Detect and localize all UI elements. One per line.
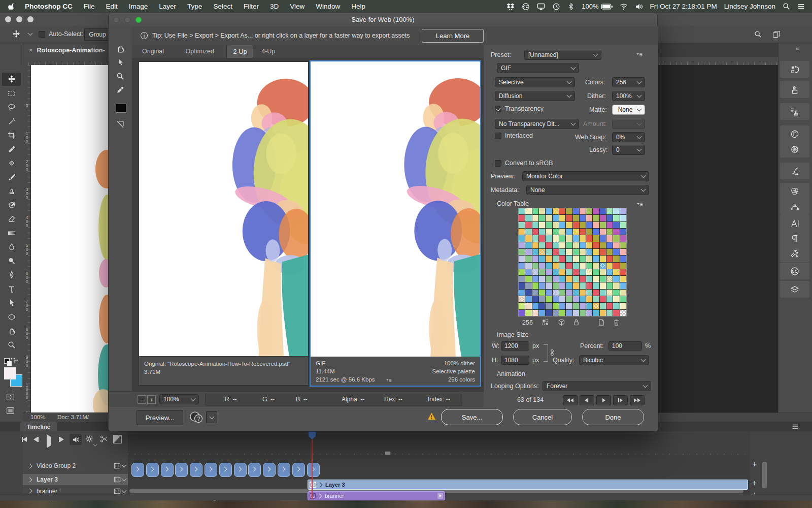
color-swatch[interactable] xyxy=(586,242,592,248)
download-speed-menu-icon[interactable] xyxy=(386,377,392,384)
color-swatch[interactable] xyxy=(620,276,626,282)
blur-tool[interactable] xyxy=(2,240,21,253)
color-swatch[interactable] xyxy=(539,263,545,269)
color-swatch[interactable] xyxy=(606,215,613,221)
color-swatch[interactable] xyxy=(566,215,572,221)
color-swatch[interactable] xyxy=(613,249,619,255)
play-button[interactable] xyxy=(47,437,51,446)
color-swatch[interactable] xyxy=(546,229,552,235)
timeline-menu-icon[interactable] xyxy=(792,423,799,430)
color-swatch[interactable] xyxy=(600,296,606,302)
video-clip[interactable] xyxy=(234,463,247,477)
move-tool[interactable] xyxy=(2,73,21,86)
clone-stamp-tool[interactable] xyxy=(2,184,21,198)
color-swatch[interactable] xyxy=(532,282,538,289)
color-swatch[interactable] xyxy=(586,290,592,296)
color-swatch[interactable] xyxy=(566,229,572,235)
lock-color-icon[interactable] xyxy=(572,319,580,326)
dither-select[interactable]: 100% xyxy=(612,91,645,101)
color-swatch[interactable] xyxy=(559,235,565,241)
color-swatch[interactable] xyxy=(586,303,592,309)
video-clip[interactable] xyxy=(161,463,174,477)
color-swatch[interactable] xyxy=(613,276,619,282)
palette-select[interactable]: Selective xyxy=(495,77,575,87)
color-swatch[interactable] xyxy=(559,276,565,282)
type-tool[interactable] xyxy=(2,282,21,296)
menu-layer[interactable]: Layer xyxy=(159,3,176,10)
path-select-tool[interactable] xyxy=(2,296,21,309)
color-swatch[interactable] xyxy=(606,282,613,289)
color-swatch[interactable] xyxy=(539,296,545,302)
color-swatch[interactable] xyxy=(525,296,531,302)
color-swatch[interactable] xyxy=(593,276,599,282)
preview-in-browser-button[interactable]: Preview... xyxy=(137,410,183,425)
color-swatch[interactable] xyxy=(580,276,586,282)
previous-frame-button[interactable] xyxy=(33,437,39,442)
color-swatch[interactable] xyxy=(525,256,531,262)
color-swatch[interactable] xyxy=(566,290,572,296)
color-swatch[interactable] xyxy=(525,208,531,214)
color-swatch[interactable] xyxy=(525,222,531,228)
menu-edit[interactable]: Edit xyxy=(106,3,118,10)
volume-icon[interactable] xyxy=(635,3,643,11)
color-swatch[interactable] xyxy=(586,256,592,262)
delete-color-icon[interactable] xyxy=(613,319,620,326)
color-swatch[interactable] xyxy=(553,276,559,282)
menu-image[interactable]: Image xyxy=(129,3,148,10)
color-swatch[interactable] xyxy=(546,303,552,309)
color-swatch[interactable] xyxy=(566,310,572,316)
color-swatch[interactable] xyxy=(559,208,565,214)
color-swatch[interactable] xyxy=(573,263,579,269)
color-swatch[interactable] xyxy=(559,282,565,289)
color-swatch[interactable] xyxy=(532,249,538,255)
color-swatch[interactable] xyxy=(580,229,586,235)
color-swatch[interactable] xyxy=(573,303,579,309)
color-swatch[interactable] xyxy=(553,222,559,228)
srgb-checkbox[interactable] xyxy=(495,160,501,167)
color-swatch[interactable] xyxy=(613,208,619,214)
color-swatch[interactable] xyxy=(573,229,579,235)
color-swatch[interactable] xyxy=(546,215,552,221)
color-swatch[interactable] xyxy=(566,303,572,309)
color-swatch[interactable] xyxy=(519,256,525,262)
color-swatch[interactable] xyxy=(559,249,565,255)
color-swatch[interactable] xyxy=(613,310,619,316)
color-swatch[interactable] xyxy=(539,242,545,248)
panel-icon-history[interactable] xyxy=(780,61,809,78)
color-swatch[interactable] xyxy=(586,296,592,302)
color-swatch[interactable] xyxy=(606,249,613,255)
percent-input[interactable]: 100 xyxy=(608,341,642,351)
last-frame-button[interactable] xyxy=(630,395,645,405)
color-swatch[interactable] xyxy=(620,235,626,241)
color-swatch[interactable] xyxy=(593,296,599,302)
tab-4-up[interactable]: 4-Up xyxy=(255,45,281,57)
color-swatch[interactable] xyxy=(573,235,579,241)
screen-mode-icon[interactable] xyxy=(6,406,15,415)
color-swatch[interactable] xyxy=(546,222,552,228)
color-swatch[interactable] xyxy=(593,282,599,289)
go-to-first-frame-button[interactable] xyxy=(22,437,27,442)
color-swatch[interactable] xyxy=(580,215,586,221)
auto-select-checkbox[interactable] xyxy=(39,31,45,38)
color-swatch[interactable] xyxy=(539,222,545,228)
color-swatch[interactable] xyxy=(593,235,599,241)
color-swatch[interactable] xyxy=(620,222,626,228)
quick-mask-icon[interactable] xyxy=(6,393,15,401)
color-swatch[interactable] xyxy=(613,256,619,262)
color-swatch[interactable] xyxy=(546,269,552,275)
color-swatch[interactable] xyxy=(620,208,626,214)
window-minimize-button[interactable] xyxy=(16,16,22,22)
dither-swatch-icon[interactable] xyxy=(542,319,549,326)
format-select[interactable]: GIF xyxy=(497,63,579,73)
color-swatch[interactable] xyxy=(600,222,606,228)
previous-frame-button-dialog[interactable] xyxy=(580,395,594,405)
color-swatch[interactable] xyxy=(519,249,525,255)
color-swatch[interactable] xyxy=(539,235,545,241)
color-swatch[interactable] xyxy=(586,235,592,241)
eyedropper-color-swatch[interactable] xyxy=(116,104,126,113)
color-swatch[interactable] xyxy=(559,290,565,296)
color-swatch[interactable] xyxy=(553,290,559,296)
panel-icon-character[interactable] xyxy=(780,215,809,232)
video-track-film-icon[interactable] xyxy=(114,462,126,469)
color-swatch[interactable] xyxy=(580,242,586,248)
